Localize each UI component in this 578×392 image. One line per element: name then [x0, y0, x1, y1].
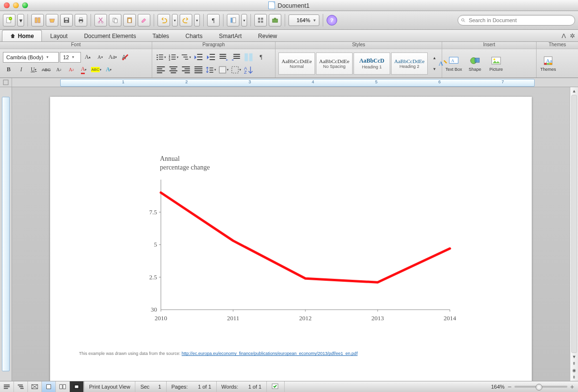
style-normal[interactable]: AaBbCcDdEeNormal — [278, 52, 315, 75]
zoom-in-button[interactable]: + — [570, 383, 574, 391]
collapse-ribbon-button[interactable]: ᐱ — [562, 32, 566, 39]
tab-home[interactable]: Home — [2, 30, 42, 41]
change-case-button[interactable]: Aa▾ — [107, 52, 118, 63]
settings-gear-icon[interactable]: ✲ — [570, 32, 575, 39]
gallery-button[interactable] — [254, 14, 267, 26]
view-print-layout-button[interactable] — [42, 381, 56, 392]
shading-button[interactable]: ▾ — [218, 64, 229, 76]
view-notebook-button[interactable] — [56, 381, 70, 392]
show-hide-button[interactable]: ¶ — [255, 52, 267, 63]
minimize-window-button[interactable] — [13, 2, 19, 8]
tab-document-elements[interactable]: Document Elements — [76, 30, 144, 41]
dropdown-icon[interactable]: ▾ — [17, 14, 24, 26]
tab-charts[interactable]: Charts — [177, 30, 210, 41]
text-effects-button[interactable]: A▾ — [103, 64, 115, 76]
prev-page-icon[interactable]: ⇞ — [571, 361, 577, 366]
search-field[interactable] — [458, 15, 575, 26]
object-browse-icon[interactable]: ◉ — [571, 367, 577, 373]
columns-toggle-button[interactable] — [243, 52, 254, 63]
copy-button[interactable] — [109, 14, 121, 26]
font-family-select[interactable]: Cambria (Body)▼ — [3, 52, 59, 63]
save-button[interactable] — [60, 14, 73, 26]
print-button[interactable] — [75, 14, 87, 26]
scroll-track[interactable] — [571, 95, 577, 353]
italic-button[interactable]: I — [15, 64, 27, 76]
insert-textbox-button[interactable]: AText Box — [445, 55, 462, 72]
vertical-ruler[interactable] — [0, 87, 12, 381]
font-color-button[interactable]: A▾ — [78, 64, 90, 76]
align-right-button[interactable] — [180, 64, 192, 76]
zoom-input[interactable] — [290, 17, 311, 24]
style-heading-1[interactable]: AaBbCcDHeading 1 — [354, 52, 390, 75]
increase-indent-button[interactable] — [205, 52, 217, 63]
align-left-button[interactable] — [155, 64, 167, 76]
scroll-down-icon[interactable]: ▼ — [571, 354, 577, 360]
rtl-button[interactable] — [230, 52, 242, 63]
zoom-window-button[interactable] — [22, 2, 28, 8]
paste-button[interactable] — [123, 14, 136, 26]
scroll-up-icon[interactable]: ▲ — [571, 88, 577, 94]
redo-button[interactable] — [180, 14, 192, 26]
strikethrough-button[interactable]: ABC — [40, 64, 52, 76]
bullets-button[interactable]: ▾ — [155, 52, 167, 63]
vertical-scrollbar[interactable]: ▲ ▼ ⇞ ◉ ⇟ — [570, 87, 578, 381]
line-spacing-button[interactable]: ▾ — [205, 64, 217, 76]
help-button[interactable]: ? — [327, 15, 337, 26]
numbering-button[interactable]: 123▾ — [168, 52, 179, 63]
decrease-indent-button[interactable] — [193, 52, 204, 63]
redo-dropdown[interactable]: ▾ — [194, 14, 200, 26]
view-draft-button[interactable] — [0, 381, 14, 392]
borders-button[interactable]: ▾ — [230, 64, 242, 76]
new-document-button[interactable]: + — [3, 14, 15, 26]
horizontal-ruler[interactable]: 1234567 — [0, 78, 578, 87]
multilevel-list-button[interactable]: ▾ — [180, 52, 192, 63]
underline-button[interactable]: U ▾ — [28, 64, 39, 76]
undo-dropdown[interactable]: ▾ — [172, 14, 178, 26]
subscript-button[interactable]: A2 — [66, 64, 77, 76]
sidebar-toggle-button[interactable] — [227, 14, 239, 26]
open-button[interactable] — [31, 14, 44, 26]
insert-picture-button[interactable]: Picture — [487, 55, 505, 72]
svg-text:A: A — [122, 54, 126, 61]
shrink-font-button[interactable]: A▾ — [94, 52, 106, 63]
zoom-out-button[interactable]: − — [508, 383, 512, 391]
document-canvas[interactable]: Annual percentage change 2.557.530201020… — [12, 87, 570, 381]
superscript-button[interactable]: A2 — [53, 64, 65, 76]
cut-button[interactable] — [94, 14, 107, 26]
tab-layout[interactable]: Layout — [42, 30, 76, 41]
open-from-button[interactable] — [46, 14, 58, 26]
zoom-slider[interactable] — [514, 386, 567, 388]
view-outline-button[interactable] — [14, 381, 28, 392]
justify-button[interactable] — [193, 64, 204, 76]
search-input[interactable] — [468, 17, 572, 24]
sidebar-dropdown[interactable]: ▾ — [241, 14, 247, 26]
zoom-control[interactable]: ▼ — [289, 14, 319, 26]
format-painter-button[interactable] — [138, 14, 150, 26]
themes-button[interactable]: AaThemes — [539, 55, 557, 72]
tab-smartart[interactable]: SmartArt — [210, 30, 250, 41]
view-publishing-button[interactable] — [28, 381, 42, 392]
close-window-button[interactable] — [4, 2, 10, 8]
grow-font-button[interactable]: A▴ — [82, 52, 93, 63]
tab-tables[interactable]: Tables — [144, 30, 177, 41]
bold-button[interactable]: B — [3, 64, 14, 76]
clear-formatting-button[interactable]: A — [119, 52, 131, 63]
ruler-corner[interactable] — [0, 78, 12, 87]
style-heading-2[interactable]: AaBbCcDdEeHeading 2 — [391, 52, 428, 75]
toolbox-button[interactable] — [269, 14, 281, 26]
view-fullscreen-button[interactable] — [70, 381, 84, 392]
show-marks-button[interactable]: ¶ — [207, 14, 220, 26]
align-center-button[interactable] — [168, 64, 179, 76]
chevron-down-icon[interactable]: ▼ — [311, 18, 318, 23]
sort-button[interactable]: AZ — [243, 64, 254, 76]
insert-shape-button[interactable]: Shape — [466, 55, 484, 72]
status-spellcheck-icon[interactable] — [267, 381, 285, 392]
next-page-icon[interactable]: ⇟ — [571, 374, 577, 380]
ltr-button[interactable] — [218, 52, 229, 63]
undo-button[interactable] — [158, 14, 170, 26]
tab-review[interactable]: Review — [250, 30, 285, 41]
source-link[interactable]: http://ec.europa.eu/economy_finance/publ… — [182, 351, 357, 356]
highlight-button[interactable]: ABC▾ — [91, 64, 102, 76]
style-no-spacing[interactable]: AaBbCcDdEeNo Spacing — [316, 52, 353, 75]
font-size-select[interactable]: 12▼ — [60, 52, 81, 63]
